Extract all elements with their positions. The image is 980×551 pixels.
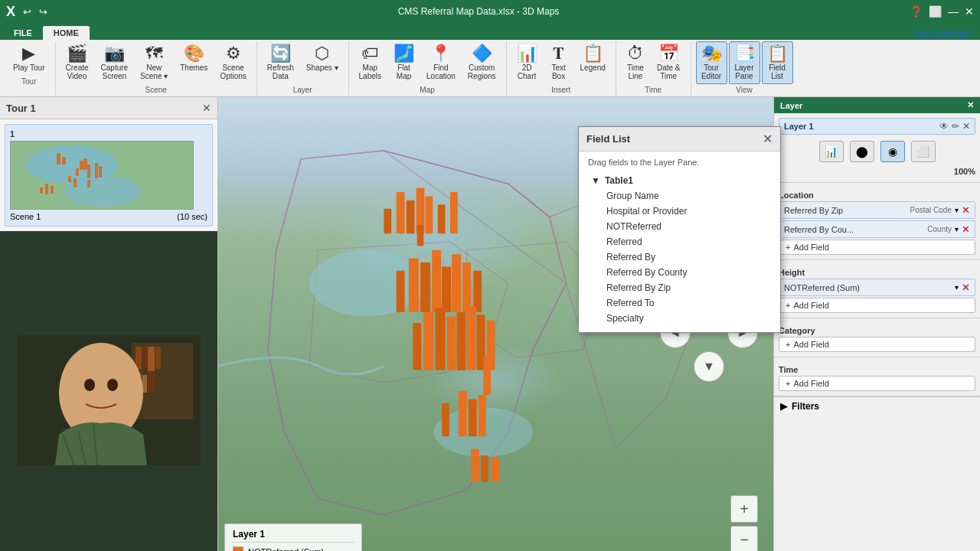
- text-box-button[interactable]: 𝐓 TextBox: [544, 41, 573, 84]
- legend-button[interactable]: 📋 Legend: [575, 41, 611, 76]
- restore-icon[interactable]: ⬜: [929, 5, 942, 18]
- field-list-item[interactable]: NOTReferred: [588, 219, 771, 234]
- field-list-button[interactable]: 📋 FieldList: [762, 41, 793, 84]
- time-add-field-button[interactable]: + Add Field: [779, 376, 975, 391]
- custom-regions-button[interactable]: 🔷 CustomRegions: [462, 41, 501, 84]
- undo-icon[interactable]: ↩: [23, 6, 31, 18]
- ribbon-group-layer: 🔄 RefreshData ⬡ Shapes ▾ Layer: [257, 41, 349, 96]
- layer-edit-icon[interactable]: ✏: [952, 121, 959, 132]
- refresh-data-button[interactable]: 🔄 RefreshData: [262, 41, 299, 84]
- heat-type-button[interactable]: ◉: [880, 141, 905, 162]
- bubble-type-button[interactable]: ⬤: [850, 141, 874, 162]
- svg-rect-9: [95, 163, 98, 178]
- field-list-item[interactable]: Referred By Zip: [588, 280, 771, 295]
- scene-number: 1: [10, 129, 207, 139]
- location-label: Location: [779, 191, 975, 200]
- field-list-item[interactable]: Hospital or Provider: [588, 204, 771, 219]
- referred-by-county-type: County: [927, 225, 952, 233]
- field-list-item[interactable]: Referred: [588, 234, 771, 249]
- ribbon-group-view: 🎭 TourEditor 📑 LayerPane 📋 FieldList Vie…: [691, 41, 798, 96]
- 2d-chart-button[interactable]: 📊 2DChart: [511, 41, 543, 84]
- zip-field-remove[interactable]: ✕: [962, 204, 970, 216]
- ribbon-group-map: 🏷 MapLabels 🗾 FlatMap 📍 FindLocation 🔷 C…: [349, 41, 507, 96]
- field-list-item[interactable]: Specialty: [588, 311, 771, 326]
- minimize-icon[interactable]: —: [948, 5, 959, 18]
- play-tour-button[interactable]: ▶ Play Tour: [8, 41, 51, 76]
- table1-tree-item[interactable]: ▼ Table1: [588, 173, 771, 188]
- svg-rect-3: [57, 153, 60, 165]
- close-icon[interactable]: ✕: [965, 5, 974, 18]
- map-labels-button[interactable]: 🏷 MapLabels: [354, 41, 387, 84]
- height-add-field-button[interactable]: + Add Field: [779, 298, 975, 313]
- region-type-button[interactable]: ⬜: [911, 141, 936, 162]
- redo-icon[interactable]: ↪: [39, 6, 47, 18]
- create-video-button[interactable]: 🎬 CreateVideo: [60, 41, 94, 84]
- referred-by-zip-field-row[interactable]: Referred By Zip Postal Code ▾ ✕: [779, 201, 975, 219]
- nav-down-button[interactable]: ▼: [694, 351, 724, 382]
- height-section: Height NOTReferred (Sum) ▾ ✕ + Add Field: [774, 260, 980, 318]
- ribbon-group-insert: 📊 2DChart 𝐓 TextBox 📋 Legend Insert: [507, 41, 616, 96]
- tab-file[interactable]: FILE: [3, 26, 43, 40]
- svg-rect-16: [40, 187, 43, 194]
- left-panel: Tour 1 ✕ 1: [0, 97, 218, 551]
- tab-home[interactable]: HOME: [43, 26, 90, 40]
- themes-button[interactable]: 🎨 Themes: [175, 41, 213, 76]
- tour-editor-button[interactable]: 🎭 TourEditor: [696, 41, 727, 84]
- field-list-item[interactable]: Referred By County: [588, 265, 771, 280]
- time-group-label: Time: [645, 84, 662, 96]
- bar-chart-type-button[interactable]: 📊: [819, 141, 844, 162]
- shapes-button[interactable]: ⬡ Shapes ▾: [301, 41, 344, 76]
- height-field-remove[interactable]: ✕: [962, 282, 970, 293]
- zoom-in-button[interactable]: +: [730, 495, 758, 523]
- add-category-field-plus: +: [786, 340, 790, 349]
- help-icon[interactable]: ❓: [910, 5, 923, 18]
- layer-delete-icon[interactable]: ✕: [962, 121, 970, 132]
- ribbon-group-scene: 🎬 CreateVideo 📷 CaptureScreen 🗺 NewScene…: [56, 41, 257, 96]
- svg-rect-4: [62, 157, 66, 165]
- location-add-field-button[interactable]: + Add Field: [779, 240, 975, 255]
- svg-rect-14: [45, 184, 48, 194]
- new-scene-button[interactable]: 🗺 NewScene ▾: [135, 41, 173, 84]
- scene-item[interactable]: 1: [5, 124, 213, 227]
- county-field-remove[interactable]: ✕: [962, 223, 970, 235]
- tour-close-button[interactable]: ✕: [202, 102, 211, 114]
- height-field-dropdown[interactable]: ▾: [955, 283, 959, 292]
- capture-screen-button[interactable]: 📷 CaptureScreen: [96, 41, 134, 84]
- field-list-item[interactable]: Group Name: [588, 188, 771, 204]
- layer-visibility-icon[interactable]: 👁: [939, 121, 949, 132]
- dialog-title: Field List: [586, 133, 630, 145]
- right-panel-close-icon[interactable]: ✕: [967, 100, 974, 110]
- scene-options-button[interactable]: ⚙ SceneOptions: [214, 41, 251, 84]
- field-list-item[interactable]: Referred By: [588, 249, 771, 265]
- layer-name: Layer 1: [784, 122, 814, 131]
- referred-by-zip-type: Postal Code: [910, 206, 952, 214]
- county-field-dropdown[interactable]: ▾: [955, 225, 959, 233]
- height-field-name: NOTReferred (Sum): [784, 283, 860, 292]
- scene-group-label: Scene: [145, 84, 167, 96]
- svg-rect-11: [68, 176, 71, 182]
- category-add-field-button[interactable]: + Add Field: [779, 337, 975, 352]
- time-line-button[interactable]: ⏱ TimeLine: [621, 41, 650, 84]
- dialog-close-button[interactable]: ✕: [763, 132, 773, 146]
- play-tour-label: Play Tour: [13, 64, 45, 72]
- field-list-item[interactable]: Referred To: [588, 295, 771, 311]
- flat-map-button[interactable]: 🗾 FlatMap: [388, 41, 420, 84]
- send-feedback-link[interactable]: Send Feedback: [913, 28, 972, 37]
- svg-rect-15: [51, 186, 54, 194]
- ribbon: ▶ Play Tour Tour 🎬 CreateVideo 📷 Capture…: [0, 40, 980, 97]
- legend-title: Layer 1: [233, 529, 354, 543]
- height-field-row[interactable]: NOTReferred (Sum) ▾ ✕: [779, 279, 975, 296]
- date-time-button[interactable]: 📅 Date &Time: [652, 41, 686, 84]
- scene-name: Scene 1: [10, 212, 41, 221]
- legend-swatch: [233, 546, 243, 551]
- layer-pane-button[interactable]: 📑 LayerPane: [729, 41, 760, 84]
- zip-field-dropdown[interactable]: ▾: [955, 206, 959, 214]
- zoom-out-button[interactable]: −: [730, 526, 758, 551]
- layer-row[interactable]: Layer 1 👁 ✏ ✕: [779, 118, 975, 135]
- layer-section: Layer 1 👁 ✏ ✕ 📊 ⬤ ◉ ⬜ 100%: [774, 113, 980, 183]
- tour-header: Tour 1 ✕: [0, 97, 217, 119]
- height-label: Height: [779, 268, 975, 277]
- find-location-button[interactable]: 📍 FindLocation: [421, 41, 461, 84]
- referred-by-county-field-row[interactable]: Referred By Cou... County ▾ ✕: [779, 220, 975, 238]
- filters-row[interactable]: ▶ Filters: [774, 396, 980, 416]
